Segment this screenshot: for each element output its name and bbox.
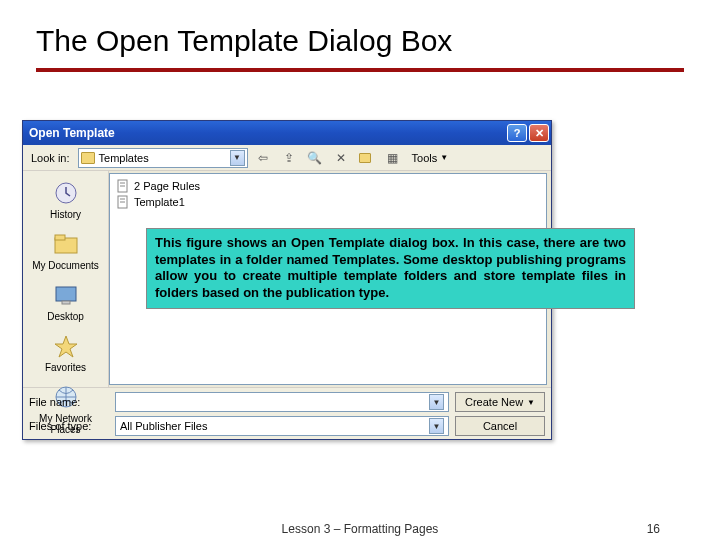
place-label: My Documents — [32, 260, 99, 271]
lookin-label: Look in: — [31, 152, 70, 164]
create-new-button[interactable]: Create New ▼ — [455, 392, 545, 412]
list-item[interactable]: Template1 — [114, 194, 542, 210]
filetype-label: Files of type: — [29, 420, 109, 432]
up-button[interactable]: ⇪ — [278, 148, 300, 168]
file-name: Template1 — [134, 196, 185, 208]
new-folder-button[interactable] — [356, 148, 378, 168]
filetype-dropdown[interactable]: All Publisher Files ▼ — [115, 416, 449, 436]
tools-dropdown[interactable]: Tools ▼ — [408, 148, 453, 168]
file-name: 2 Page Rules — [134, 180, 200, 192]
list-item[interactable]: 2 Page Rules — [114, 178, 542, 194]
delete-button[interactable]: ✕ — [330, 148, 352, 168]
callout-box: This figure shows an Open Template dialo… — [146, 228, 635, 309]
star-icon — [50, 332, 82, 360]
filename-label: File name: — [29, 396, 109, 408]
button-label: Create New — [465, 396, 523, 408]
svg-rect-2 — [55, 235, 65, 240]
help-button[interactable]: ? — [507, 124, 527, 142]
document-icon — [116, 179, 130, 193]
footer-center: Lesson 3 – Formatting Pages — [0, 522, 720, 536]
place-label: History — [50, 209, 81, 220]
document-icon — [116, 195, 130, 209]
svg-rect-3 — [56, 287, 76, 301]
places-bar: History My Documents Desktop Favorites — [23, 171, 109, 387]
folder-icon — [50, 230, 82, 258]
folder-icon — [81, 152, 95, 164]
tools-label: Tools — [412, 152, 438, 164]
chevron-down-icon: ▼ — [429, 418, 444, 434]
folder-icon — [359, 153, 371, 163]
place-mydocuments[interactable]: My Documents — [23, 226, 108, 275]
close-button[interactable]: ✕ — [529, 124, 549, 142]
lookin-value: Templates — [99, 152, 149, 164]
footer-page-number: 16 — [647, 522, 660, 536]
place-desktop[interactable]: Desktop — [23, 277, 108, 326]
place-label: Desktop — [47, 311, 84, 322]
chevron-down-icon: ▼ — [230, 150, 245, 166]
dialog-titlebar: Open Template ? ✕ — [23, 121, 551, 145]
callout-text: This figure shows an Open Template dialo… — [155, 235, 626, 300]
title-underline — [36, 68, 684, 72]
views-button[interactable]: ▦ — [382, 148, 404, 168]
button-label: Cancel — [483, 420, 517, 432]
place-label: Favorites — [45, 362, 86, 373]
chevron-down-icon: ▼ — [527, 398, 535, 407]
search-button[interactable]: 🔍 — [304, 148, 326, 168]
cancel-button[interactable]: Cancel — [455, 416, 545, 436]
back-button[interactable]: ⇦ — [252, 148, 274, 168]
place-favorites[interactable]: Favorites — [23, 328, 108, 377]
dialog-title: Open Template — [29, 126, 115, 140]
place-history[interactable]: History — [23, 175, 108, 224]
desktop-icon — [50, 281, 82, 309]
slide-title: The Open Template Dialog Box — [0, 0, 720, 64]
filetype-value: All Publisher Files — [120, 420, 207, 432]
lookin-dropdown[interactable]: Templates ▼ — [78, 148, 248, 168]
dialog-toolbar: Look in: Templates ▼ ⇦ ⇪ 🔍 ✕ ▦ Tools ▼ — [23, 145, 551, 171]
filename-input[interactable]: ▼ — [115, 392, 449, 412]
chevron-down-icon: ▼ — [429, 394, 444, 410]
svg-rect-4 — [62, 301, 70, 304]
chevron-down-icon: ▼ — [440, 153, 448, 162]
history-icon — [50, 179, 82, 207]
